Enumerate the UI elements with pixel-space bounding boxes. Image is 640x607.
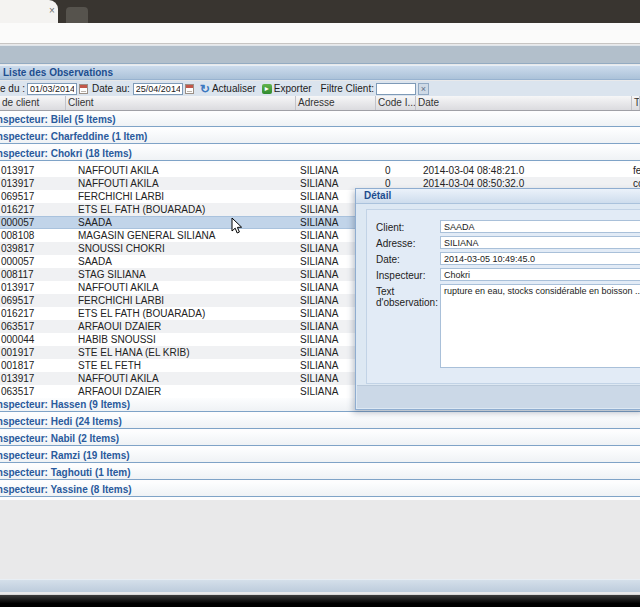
cell-code: 013917	[0, 164, 66, 177]
export-icon[interactable]: ▸	[262, 84, 272, 94]
tab-close-icon[interactable]: ×	[46, 5, 58, 17]
group-row[interactable]: Inspecteur: Bilel (5 Items)	[0, 113, 640, 127]
cell-code: 000057	[0, 216, 66, 229]
taskbar	[0, 594, 640, 607]
cell-client: NAFFOUTI AKILA	[66, 281, 296, 294]
detail-field-label: Inspecteur:	[376, 270, 446, 281]
detail-dialog-footer	[357, 385, 640, 408]
panel-title: Liste des Observations	[0, 65, 640, 80]
cell-client: ARFAOUI DZAIER	[66, 320, 296, 333]
calendar-icon[interactable]	[185, 84, 194, 94]
refresh-button[interactable]: Actualiser	[212, 83, 256, 94]
detail-field-value[interactable]: SILIANA	[440, 236, 640, 249]
filter-bar: e du : Date au: ↻ Actualiser ▸ Exporter …	[0, 81, 640, 96]
clear-filter-icon[interactable]: ×	[418, 83, 429, 95]
group-row[interactable]: Inspecteur: Yassine (8 Items)	[0, 483, 640, 497]
date-from-label: e du :	[0, 83, 25, 94]
browser-tab-bar: ×	[0, 0, 640, 23]
cell-client: SAADA	[66, 255, 296, 268]
cell-code: 016217	[0, 203, 66, 216]
cell-client: STAG SILIANA	[66, 268, 296, 281]
cell-client: STE EL HANA (EL KRIB)	[66, 346, 296, 359]
group-row[interactable]: Inspecteur: Taghouti (1 Item)	[0, 466, 640, 480]
cell-client: MAGASIN GENERAL SILIANA	[66, 229, 296, 242]
cell-code: 008108	[0, 229, 66, 242]
group-row[interactable]: Inspecteur: Nabil (2 Items)	[0, 432, 640, 446]
detail-field-value[interactable]: 2014-03-05 10:49:45.0	[440, 252, 640, 265]
cell-client: FERCHICHI LARBI	[66, 294, 296, 307]
cell-code: 069517	[0, 190, 66, 203]
cell-client: HABIB SNOUSSI	[66, 333, 296, 346]
detail-dialog-body: Client:SAADAAdresse:SILIANADate:2014-03-…	[366, 209, 640, 384]
app-header-band	[0, 45, 640, 64]
table-header: de clientClientAdresseCode I...DateT	[0, 96, 640, 111]
group-row[interactable]: Inspecteur: Charfeddine (1 Item)	[0, 130, 640, 144]
cell-client: ETS EL FATH (BOUARADA)	[66, 307, 296, 320]
cell-adresse: SILIANA	[296, 164, 376, 177]
client-filter-label: Filtre Client:	[321, 83, 374, 94]
cell-code: 000044	[0, 333, 66, 346]
cell-text: fe	[632, 164, 640, 177]
cell-code: 063517	[0, 320, 66, 333]
detail-dialog: Détail Client:SAADAAdresse:SILIANADate:2…	[355, 188, 640, 410]
detail-field-label: Client:	[376, 222, 446, 233]
date-to-input[interactable]	[133, 83, 183, 95]
detail-field-value[interactable]: SAADA	[440, 220, 640, 233]
column-header[interactable]: Code I...	[376, 96, 416, 110]
column-header[interactable]: Adresse	[296, 96, 376, 110]
cell-code: 013917	[0, 281, 66, 294]
cell-code: 013917	[0, 177, 66, 190]
cell-code: 000057	[0, 255, 66, 268]
cell-client: NAFFOUTI AKILA	[66, 372, 296, 385]
cell-client: SNOUSSI CHOKRI	[66, 242, 296, 255]
cell-code_i: 0	[376, 164, 416, 177]
cell-client: NAFFOUTI AKILA	[66, 164, 296, 177]
group-row[interactable]: Inspecteur: Chokri (18 Items)	[0, 147, 640, 161]
detail-field-label: Date:	[376, 254, 446, 265]
client-filter-input[interactable]	[376, 83, 416, 95]
browser-toolbar-strip	[0, 23, 640, 44]
cell-code: 001817	[0, 359, 66, 372]
cell-code: 001917	[0, 346, 66, 359]
cell-code: 069517	[0, 294, 66, 307]
cell-client: FERCHICHI LARBI	[66, 190, 296, 203]
screen: × Liste des Observations e du : Date au:…	[0, 0, 640, 607]
column-header[interactable]: de client	[0, 96, 66, 110]
column-header[interactable]: T	[632, 96, 640, 110]
cell-client: ARFAOUI DZAIER	[66, 385, 296, 398]
calendar-icon[interactable]	[79, 84, 88, 94]
cell-date: 2014-03-04 08:48:21.0	[416, 164, 632, 177]
cell-code: 008117	[0, 268, 66, 281]
cell-code: 013917	[0, 372, 66, 385]
browser-second-tab[interactable]	[66, 7, 88, 23]
cell-client: ETS EL FATH (BOUARADA)	[66, 203, 296, 216]
cell-code: 063517	[0, 385, 66, 398]
mouse-cursor	[231, 217, 243, 239]
column-header[interactable]: Client	[66, 96, 296, 110]
detail-field-label: Text d'observation:	[376, 286, 446, 308]
detail-dialog-title[interactable]: Détail	[356, 189, 640, 204]
cell-client: SAADA	[66, 216, 296, 229]
group-row[interactable]: Inspecteur: Hedi (24 Items)	[0, 415, 640, 429]
cell-client: NAFFOUTI AKILA	[66, 177, 296, 190]
app-bottom-strip	[0, 579, 640, 592]
detail-field-label: Adresse:	[376, 238, 446, 249]
date-from-input[interactable]	[27, 83, 77, 95]
cell-code: 016217	[0, 307, 66, 320]
date-to-label: Date au:	[92, 83, 130, 94]
cell-client: STE EL FETH	[66, 359, 296, 372]
detail-field-value[interactable]: rupture en eau, stocks considérable en b…	[440, 284, 640, 368]
group-row[interactable]: Inspecteur: Ramzi (19 Items)	[0, 449, 640, 463]
detail-field-value[interactable]: Chokri	[440, 268, 640, 281]
refresh-icon[interactable]: ↻	[200, 83, 210, 95]
cell-code: 039817	[0, 242, 66, 255]
table-row[interactable]: 013917NAFFOUTI AKILASILIANA02014-03-04 0…	[0, 164, 640, 177]
column-header[interactable]: Date	[416, 96, 632, 110]
export-button[interactable]: Exporter	[274, 83, 312, 94]
